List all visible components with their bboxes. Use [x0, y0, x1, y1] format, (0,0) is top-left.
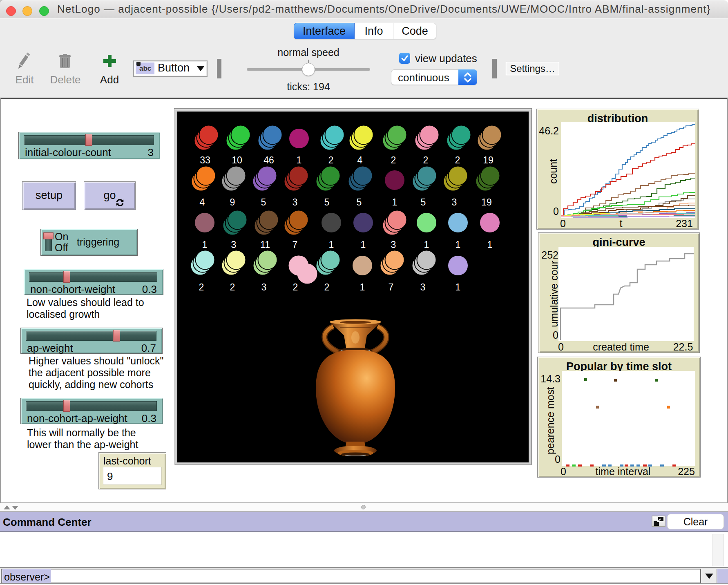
svg-text:3: 3: [261, 282, 267, 292]
svg-text:5: 5: [261, 197, 266, 208]
svg-text:7: 7: [389, 282, 394, 292]
svg-text:1: 1: [487, 239, 493, 250]
svg-text:3: 3: [420, 282, 426, 292]
svg-text:5: 5: [357, 197, 362, 208]
svg-text:19: 19: [481, 197, 492, 208]
svg-text:3: 3: [391, 239, 396, 250]
svg-text:7: 7: [293, 239, 298, 250]
svg-text:10: 10: [232, 155, 242, 165]
svg-text:2: 2: [423, 155, 429, 165]
svg-text:2: 2: [230, 282, 235, 292]
svg-text:5: 5: [324, 197, 330, 208]
svg-text:1: 1: [297, 155, 302, 165]
svg-text:2: 2: [391, 155, 396, 165]
svg-text:2: 2: [293, 282, 298, 292]
svg-text:1: 1: [360, 282, 365, 292]
svg-text:5: 5: [421, 197, 426, 208]
svg-text:19: 19: [483, 155, 494, 165]
svg-text:2: 2: [199, 282, 204, 292]
svg-text:46: 46: [264, 155, 274, 165]
svg-text:1: 1: [456, 239, 461, 250]
svg-text:4: 4: [357, 155, 363, 165]
svg-text:4: 4: [200, 197, 205, 208]
svg-text:2: 2: [455, 155, 460, 165]
svg-text:11: 11: [260, 239, 270, 250]
svg-text:33: 33: [200, 155, 210, 165]
svg-text:3: 3: [452, 197, 457, 208]
svg-text:1: 1: [424, 239, 429, 250]
svg-text:1: 1: [202, 239, 208, 250]
svg-text:3: 3: [231, 239, 237, 250]
svg-text:1: 1: [361, 239, 366, 250]
svg-text:1: 1: [456, 282, 461, 292]
svg-text:9: 9: [230, 197, 235, 208]
svg-text:3: 3: [293, 197, 298, 208]
svg-text:2: 2: [324, 282, 330, 292]
svg-text:2: 2: [328, 155, 334, 165]
svg-text:1: 1: [329, 239, 334, 250]
svg-text:1: 1: [392, 197, 397, 208]
